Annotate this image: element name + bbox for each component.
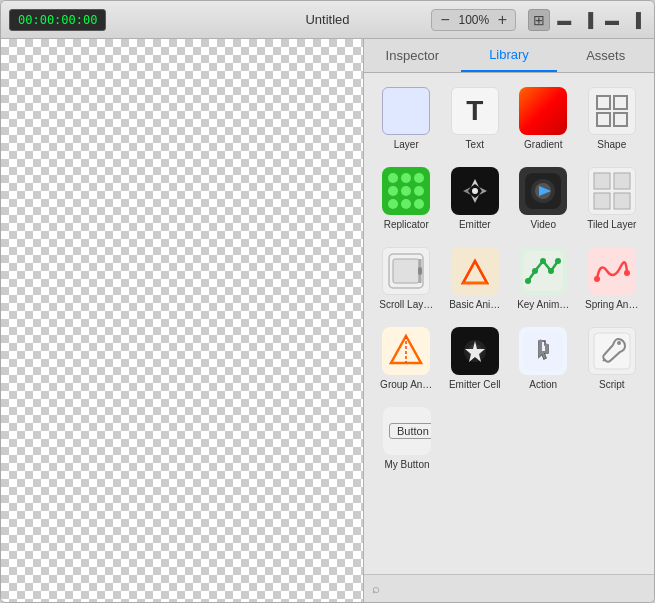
library-item-basic-anim[interactable]: Basic Ani… — [441, 241, 510, 317]
script-icon — [588, 327, 636, 375]
svg-line-40 — [603, 359, 605, 361]
library-item-action[interactable]: Action — [509, 321, 578, 397]
library-item-layer[interactable]: Layer — [372, 81, 441, 157]
svg-point-23 — [525, 278, 531, 284]
library-grid: Layer T Text Gradient — [364, 73, 654, 574]
key-anim-icon — [519, 247, 567, 295]
shape-icon — [588, 87, 636, 135]
zoom-level: 100% — [456, 13, 492, 27]
svg-rect-10 — [594, 173, 610, 189]
library-item-scroll[interactable]: Scroll Lay… — [372, 241, 441, 317]
svg-point-27 — [555, 258, 561, 264]
text-icon: T — [451, 87, 499, 135]
group-anim-icon — [382, 327, 430, 375]
tab-inspector[interactable]: Inspector — [364, 39, 461, 72]
library-item-tiled[interactable]: Tiled Layer — [578, 161, 647, 237]
emitter-icon — [451, 167, 499, 215]
svg-rect-13 — [614, 193, 630, 209]
app-window: 00:00:00:00 Untitled − 100% + ⊞ ▬ ▐ ▬ ▐ … — [0, 0, 655, 603]
group-anim-label: Group An… — [380, 379, 432, 391]
window-title: Untitled — [305, 12, 349, 27]
svg-rect-18 — [455, 251, 495, 291]
layout-icon-3[interactable]: ▐ — [578, 9, 598, 31]
layout-icon-2[interactable]: ▬ — [552, 9, 576, 31]
text-label: Text — [466, 139, 484, 151]
video-label: Video — [531, 219, 556, 231]
gradient-label: Gradient — [524, 139, 562, 151]
library-item-emitter-cell[interactable]: Emitter Cell — [441, 321, 510, 397]
scroll-icon — [382, 247, 430, 295]
search-bar: ⌕ — [364, 574, 654, 602]
library-item-text[interactable]: T Text — [441, 81, 510, 157]
svg-rect-0 — [597, 96, 610, 109]
button-ui-icon: Button — [383, 407, 431, 455]
svg-rect-22 — [523, 251, 563, 291]
replicator-icon — [382, 167, 430, 215]
svg-point-26 — [548, 268, 554, 274]
library-item-video[interactable]: Video — [509, 161, 578, 237]
script-label: Script — [599, 379, 625, 391]
tiled-icon — [588, 167, 636, 215]
svg-rect-2 — [597, 113, 610, 126]
svg-rect-17 — [418, 267, 422, 275]
library-item-spring-anim[interactable]: Spring An… — [578, 241, 647, 317]
svg-rect-1 — [614, 96, 627, 109]
library-row-1: Layer T Text Gradient — [372, 81, 646, 157]
library-item-replicator[interactable]: Replicator — [372, 161, 441, 237]
search-icon: ⌕ — [372, 581, 380, 596]
video-icon — [519, 167, 567, 215]
basic-anim-label: Basic Ani… — [449, 299, 500, 311]
timecode[interactable]: 00:00:00:00 — [9, 9, 106, 31]
search-input[interactable] — [386, 582, 646, 596]
svg-rect-38 — [594, 333, 630, 369]
library-row-2: Replicator — [372, 161, 646, 237]
emitter-cell-label: Emitter Cell — [449, 379, 501, 391]
title-bar: 00:00:00:00 Untitled − 100% + ⊞ ▬ ▐ ▬ ▐ — [1, 1, 654, 39]
button-label: My Button — [384, 459, 429, 471]
zoom-out-button[interactable]: − — [438, 12, 451, 28]
basic-anim-icon — [451, 247, 499, 295]
tab-library[interactable]: Library — [461, 39, 558, 72]
library-item-button[interactable]: Button My Button — [372, 401, 442, 477]
zoom-controls: − 100% + — [431, 9, 516, 31]
library-row-button: Button My Button — [372, 401, 646, 477]
svg-point-5 — [472, 188, 478, 194]
svg-point-30 — [624, 270, 630, 276]
canvas-area[interactable] — [1, 39, 364, 602]
library-item-script[interactable]: Script — [578, 321, 647, 397]
svg-point-39 — [617, 341, 621, 345]
right-panel: Inspector Library Assets Layer — [364, 39, 654, 602]
layout-icon-4[interactable]: ▬ — [600, 9, 624, 31]
svg-rect-12 — [594, 193, 610, 209]
emitter-label: Emitter — [459, 219, 491, 231]
library-item-emitter[interactable]: Emitter — [441, 161, 510, 237]
tiled-label: Tiled Layer — [587, 219, 636, 231]
svg-rect-15 — [393, 259, 419, 283]
svg-point-24 — [532, 268, 538, 274]
library-row-4: Group An… Emitter Cell — [372, 321, 646, 397]
zoom-in-button[interactable]: + — [496, 12, 509, 28]
layer-label: Layer — [394, 139, 419, 151]
layout-icon-1[interactable]: ⊞ — [528, 9, 550, 31]
library-item-group-anim[interactable]: Group An… — [372, 321, 441, 397]
svg-point-25 — [540, 258, 546, 264]
library-item-gradient[interactable]: Gradient — [509, 81, 578, 157]
layer-icon — [382, 87, 430, 135]
spring-anim-label: Spring An… — [585, 299, 638, 311]
replicator-label: Replicator — [384, 219, 429, 231]
spring-anim-icon — [588, 247, 636, 295]
key-anim-label: Key Anim… — [517, 299, 569, 311]
library-item-key-anim[interactable]: Key Anim… — [509, 241, 578, 317]
main-content: Inspector Library Assets Layer — [1, 39, 654, 602]
scroll-label: Scroll Lay… — [379, 299, 433, 311]
action-label: Action — [529, 379, 557, 391]
emitter-cell-icon — [451, 327, 499, 375]
toolbar-icons: ⊞ ▬ ▐ ▬ ▐ — [528, 9, 646, 31]
gradient-icon — [519, 87, 567, 135]
layout-icon-5[interactable]: ▐ — [626, 9, 646, 31]
svg-rect-3 — [614, 113, 627, 126]
library-item-shape[interactable]: Shape — [578, 81, 647, 157]
tab-bar: Inspector Library Assets — [364, 39, 654, 73]
svg-point-29 — [594, 276, 600, 282]
tab-assets[interactable]: Assets — [557, 39, 654, 72]
